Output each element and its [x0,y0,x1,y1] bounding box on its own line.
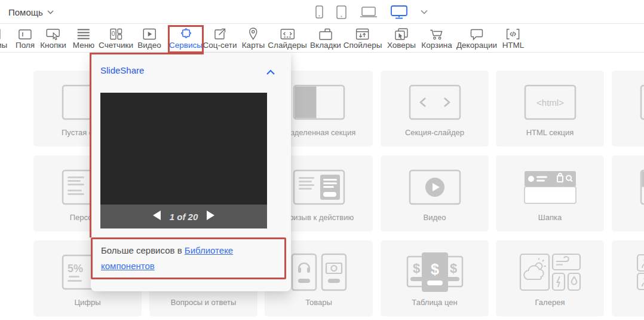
section-card-gallery[interactable]: Галерея [496,240,604,316]
toolbar-item-tabs[interactable]: Вкладки [310,26,341,50]
toolbar-item-sliders[interactable]: Слайдеры [268,26,306,50]
html-section-icon: <html> [496,83,604,122]
chevron-down-icon [47,10,54,14]
preview-nav-bar: 1 of 20 [100,205,267,228]
code-icon [505,26,521,41]
hamburger-icon [76,26,91,41]
device-switcher [315,0,428,24]
cart-icon [429,26,444,41]
site-header-icon [496,167,604,207]
help-menu[interactable]: Помощь [8,0,54,24]
counter-icon: 0 [109,26,123,41]
svg-text:<html>: <html> [536,97,564,108]
map-pin-icon [247,26,260,41]
toolbar-item-decorations[interactable]: Декорации [456,26,497,50]
section-card-partial[interactable] [612,156,644,231]
slideshare-link[interactable]: SlideShare [100,65,144,75]
chevron-up-icon[interactable] [266,67,275,78]
desktop-icon-selected[interactable] [391,5,407,19]
toolbar-item-counters[interactable]: 0 Счетчики [99,26,133,50]
toolbar-item-cart[interactable]: Корзина [421,26,452,50]
slider-section-icon [381,83,489,122]
toolbar-item-maps[interactable]: Карты [242,26,265,50]
toolbar-item-services[interactable]: Сервисы [169,26,203,50]
section-card-partial[interactable] [612,240,644,316]
video-circle-icon [381,167,489,207]
tablet-icon[interactable] [336,5,346,19]
tabs-icon [318,26,333,41]
toolbar-item-hovers[interactable]: Ховеры [387,26,416,50]
prev-triangle-icon[interactable] [152,210,161,223]
svg-text:$: $ [449,261,456,276]
share-icon [213,26,227,41]
phone-icon[interactable] [315,5,323,19]
svg-text:5%: 5% [68,263,83,275]
svg-text:$: $ [431,261,439,278]
laptop-icon[interactable] [360,7,378,18]
components-toolbar: Формы Поля Кнопки Меню 0 Счетчики Видео [0,24,644,53]
toolbar-item-social[interactable]: Соц-сети [203,26,237,50]
toolbar-item-html[interactable]: HTML [502,26,525,50]
svg-text:$: $ [412,261,419,276]
section-card-header[interactable]: Шапка [496,156,604,231]
spoiler-icon [355,26,370,41]
section-card-partial[interactable] [612,71,644,147]
hover-icon [394,26,409,41]
section-card-slider[interactable]: Секция-слайдер [381,71,489,147]
slideshare-preview[interactable]: 1 of 20 [100,93,267,228]
top-bar: Помощь [0,0,644,24]
help-label: Помощь [8,7,43,17]
services-popup: SlideShare 1 of 20 Больше сервисов в Биб… [91,53,291,291]
slide-counter: 1 of 20 [170,212,198,222]
gallery-icon [496,252,604,292]
team-icon-partial [612,252,644,292]
popup-footer-note: Больше сервисов в Библиотеке компонентов [101,243,250,274]
footer-text: Больше сервисов в [101,245,182,255]
toolbar-item-menu[interactable]: Меню [73,26,95,50]
section-icon-partial [612,83,644,122]
section-card-html[interactable]: <html> HTML секция [496,71,604,147]
play-icon [142,26,157,41]
field-icon [18,26,32,41]
next-triangle-icon[interactable] [206,210,215,223]
section-card-video[interactable]: Видео [381,156,489,231]
toolbar-item-spoilers[interactable]: Спойлеры [344,26,382,50]
toolbar-item-video[interactable]: Видео [137,26,161,50]
svg-text:0: 0 [112,31,115,37]
button-cursor-icon [45,26,61,41]
toolbar-item-buttons[interactable]: Кнопки [40,26,66,50]
slider-icon [280,26,295,41]
toolbar-item-forms[interactable]: Формы [0,26,7,50]
toolbar-item-fields[interactable]: Поля [16,26,35,50]
section-icon-partial [612,167,644,207]
section-card-pricing[interactable]: $$$ Таблица цен [381,240,489,316]
price-table-icon: $$$ [381,252,489,292]
form-icon [0,26,1,41]
speech-bubble-icon [470,26,484,41]
chevron-down-icon[interactable] [421,10,428,14]
puzzle-icon [179,26,193,41]
